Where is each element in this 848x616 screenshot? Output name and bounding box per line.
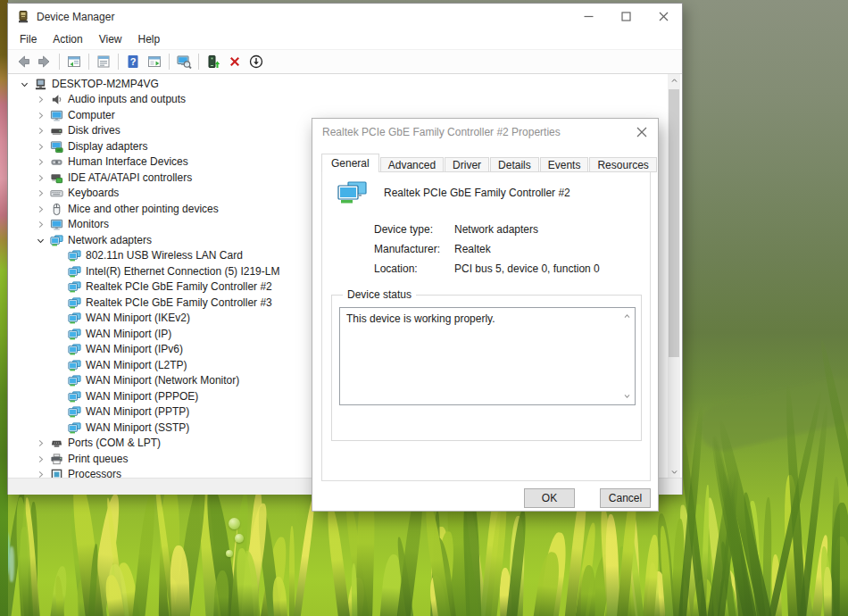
menu-help[interactable]: Help xyxy=(130,30,169,48)
scroll-up-icon[interactable] xyxy=(668,74,680,87)
tab-events[interactable]: Events xyxy=(540,157,589,172)
chevron-right-icon[interactable] xyxy=(36,204,46,214)
scrollbar-thumb[interactable] xyxy=(669,89,679,357)
tree-item-label: Realtek PCIe GbE Family Controller #3 xyxy=(86,296,272,309)
hid-icon xyxy=(50,155,63,169)
field-label: Manufacturer: xyxy=(374,243,440,255)
minimize-icon[interactable] xyxy=(569,4,607,29)
network-icon xyxy=(68,296,81,310)
dialog-button-row: OK Cancel xyxy=(312,488,658,510)
tab-resources[interactable]: Resources xyxy=(589,157,656,172)
tree-item-label: WAN Miniport (Network Monitor) xyxy=(86,374,239,387)
tree-item-label: Disk drives xyxy=(68,124,121,137)
chevron-right-icon[interactable] xyxy=(36,188,46,198)
ok-button[interactable]: OK xyxy=(524,488,575,508)
device-name: Realtek PCIe GbE Family Controller #2 xyxy=(384,187,570,199)
chevron-right-icon[interactable] xyxy=(36,220,46,229)
field-value: PCI bus 5, device 0, function 0 xyxy=(454,262,600,275)
help-icon[interactable]: ? xyxy=(122,52,144,71)
tab-strip: GeneralAdvancedDriverDetailsEventsResour… xyxy=(321,154,658,172)
audio-icon xyxy=(50,93,63,106)
properties-icon[interactable] xyxy=(93,52,114,71)
scroll-up-icon[interactable] xyxy=(622,312,632,321)
uninstall-device-icon[interactable] xyxy=(224,52,245,71)
close-icon[interactable] xyxy=(644,4,682,29)
close-icon[interactable] xyxy=(634,124,650,140)
tab-advanced[interactable]: Advanced xyxy=(380,157,444,172)
forward-icon[interactable] xyxy=(34,52,55,71)
tree-item-label: WAN Miniport (IKEv2) xyxy=(86,312,190,324)
chevron-right-icon[interactable] xyxy=(36,173,46,183)
scroll-down-icon[interactable] xyxy=(668,465,680,478)
grass-blade xyxy=(505,510,528,616)
tree-item-label: Ports (COM & LPT) xyxy=(68,437,161,449)
chevron-right-icon[interactable] xyxy=(36,126,46,136)
wallpaper-teal-streak xyxy=(9,546,14,582)
grass-blade xyxy=(580,565,596,616)
tree-item-label: WAN Miniport (L2TP) xyxy=(86,359,187,371)
tree-item-label: DESKTOP-M2MP4VG xyxy=(52,78,159,90)
tree-item-label: Print queues xyxy=(68,453,128,465)
grass-blade xyxy=(131,493,158,616)
tree-item-label: WAN Miniport (IPv6) xyxy=(86,343,183,355)
tab-driver[interactable]: Driver xyxy=(445,157,489,172)
chevron-right-icon[interactable] xyxy=(36,111,46,121)
window-title: Device Manager xyxy=(37,11,114,23)
show-action-pane-icon[interactable] xyxy=(144,52,165,71)
cancel-button[interactable]: Cancel xyxy=(600,488,651,508)
tree-item-audio-inputs-and-outputs[interactable]: Audio inputs and outputs xyxy=(9,92,668,108)
tree-scrollbar[interactable] xyxy=(668,74,680,478)
chevron-down-icon[interactable] xyxy=(36,236,46,246)
chevron-right-icon[interactable] xyxy=(36,142,46,152)
grass-blade xyxy=(272,577,288,616)
toolbar-separator xyxy=(169,54,170,70)
device-status-group: Device status This device is working pro… xyxy=(331,295,642,441)
field-value: Network adapters xyxy=(454,223,538,236)
chevron-right-icon[interactable] xyxy=(36,95,46,104)
tree-item-label: Keyboards xyxy=(68,187,119,199)
dialog-title-bar[interactable]: Realtek PCIe GbE Family Controller #2 Pr… xyxy=(312,119,658,146)
chevron-down-icon[interactable] xyxy=(20,79,29,89)
monitor-icon xyxy=(50,109,63,122)
maximize-icon[interactable] xyxy=(607,4,644,29)
chevron-right-icon[interactable] xyxy=(36,454,46,464)
disable-device-icon[interactable] xyxy=(245,52,267,71)
ports-icon xyxy=(50,437,63,450)
tree-item-label: IDE ATA/ATAPI controllers xyxy=(68,171,192,184)
tree-item-label: Mice and other pointing devices xyxy=(68,203,219,215)
display-icon xyxy=(50,140,63,154)
update-driver-icon[interactable] xyxy=(203,52,224,71)
tree-item-desktop-m2mp4vg[interactable]: DESKTOP-M2MP4VG xyxy=(9,76,668,92)
tree-item-label: WAN Miniport (SSTP) xyxy=(86,421,189,434)
chevron-right-icon[interactable] xyxy=(36,470,46,478)
scroll-down-icon[interactable] xyxy=(622,391,632,401)
printer-icon xyxy=(50,453,63,466)
toolbar-separator xyxy=(118,54,119,70)
tab-general[interactable]: General xyxy=(321,154,379,172)
title-bar[interactable]: Device Manager xyxy=(8,4,682,29)
tree-item-label: Processors xyxy=(68,468,121,478)
device-status-text: This device is working properly. xyxy=(346,312,495,325)
device-status-textbox[interactable]: This device is working properly. xyxy=(339,307,636,405)
scan-hardware-changes-icon[interactable] xyxy=(173,52,195,71)
chevron-right-icon[interactable] xyxy=(36,157,46,167)
ide-icon xyxy=(50,171,63,185)
menu-view[interactable]: View xyxy=(91,30,130,48)
back-icon[interactable] xyxy=(12,52,34,71)
network-icon xyxy=(50,234,63,247)
network-icon xyxy=(68,343,81,356)
tab-details[interactable]: Details xyxy=(490,157,539,172)
tree-item-label: 802.11n USB Wireless LAN Card xyxy=(86,249,243,262)
network-icon xyxy=(68,374,81,387)
show-console-tree-icon[interactable] xyxy=(63,52,85,71)
network-icon xyxy=(68,249,81,262)
menu-file[interactable]: File xyxy=(12,30,45,48)
disk-icon xyxy=(50,124,63,137)
network-icon xyxy=(68,359,81,372)
tree-item-label: Realtek PCIe GbE Family Controller #2 xyxy=(86,280,272,293)
menu-action[interactable]: Action xyxy=(45,30,90,48)
wallpaper-dewdrop xyxy=(235,534,244,543)
chevron-right-icon[interactable] xyxy=(36,438,46,448)
toolbar-separator xyxy=(198,54,199,70)
field-label: Device type: xyxy=(374,223,433,236)
